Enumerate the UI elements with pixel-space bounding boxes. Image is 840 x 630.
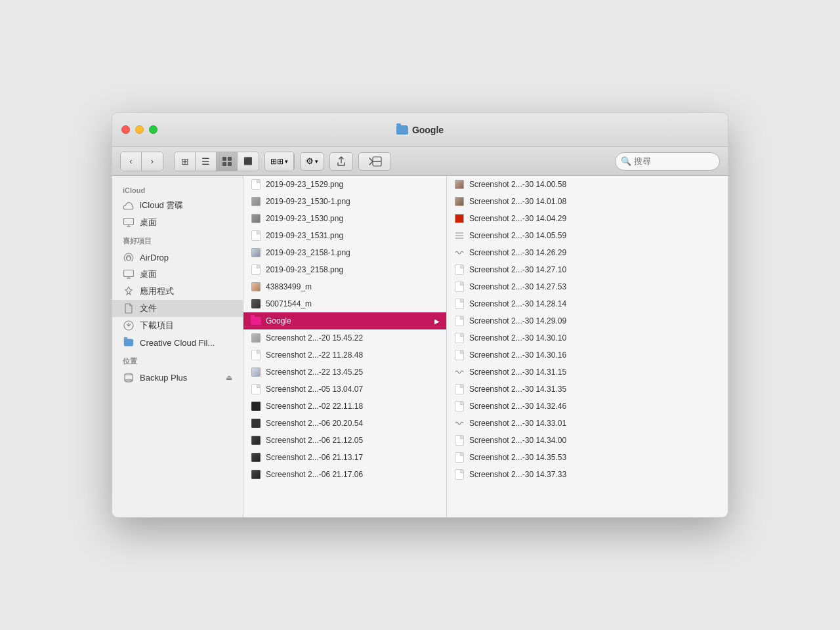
view-list-button[interactable]: ☰ [196, 152, 217, 171]
list-item[interactable]: Screenshot 2...-30 14.26.29 [447, 244, 650, 261]
list-item[interactable]: 2019-09-23_1529.png [243, 176, 446, 193]
list-item[interactable]: Screenshot 2...-30 14.34.00 [447, 432, 650, 449]
file-icon [453, 264, 465, 276]
window-title: Google [412, 125, 444, 135]
file-name: Screenshot 2...-30 14.33.01 [469, 419, 644, 428]
sidebar-item-backup-plus[interactable]: Backup Plus ⏏ [112, 369, 243, 386]
sidebar-item-airdrop[interactable]: AirDrop [112, 249, 243, 266]
search-input[interactable] [634, 156, 714, 166]
list-item[interactable]: 50071544_m [243, 295, 446, 312]
list-item[interactable]: Screenshot 2...-30 14.28.14 [447, 295, 650, 312]
file-name: Screenshot 2...-30 14.34.00 [469, 436, 644, 445]
share-button[interactable] [329, 152, 353, 171]
list-item[interactable]: Screenshot 2...-30 14.01.08 [447, 193, 650, 210]
view-icon-button[interactable]: ⊞ [175, 152, 196, 171]
file-icon [250, 178, 262, 190]
list-item[interactable]: 2019-09-23_2158.png [243, 261, 446, 278]
list-item[interactable]: Screenshot 2...-20 15.45.22 [243, 329, 446, 346]
list-item[interactable]: Screenshot 2...-30 14.31.35 [447, 381, 650, 398]
list-item[interactable]: Screenshot 2...-30 14.30.16 [447, 346, 650, 364]
list-item[interactable]: Screenshot 2...-30 14.31.15 [447, 364, 650, 381]
group-view-button: ⊞⊞ ▾ [264, 152, 295, 171]
delete-button[interactable] [358, 152, 391, 171]
file-name: Screenshot 2...-30 14.01.08 [469, 197, 644, 206]
file-icon [453, 452, 465, 463]
list-item[interactable]: 2019-09-23_1530-1.png [243, 193, 446, 210]
toolbar: ‹ › ⊞ ☰ ⬛ ⊞⊞ ▾ [112, 147, 728, 176]
gear-icon: ⚙ [306, 156, 314, 166]
view-cover-button[interactable]: ⬛ [238, 152, 259, 171]
file-icon [453, 230, 465, 242]
list-item[interactable]: Screenshot 2...-30 14.32.46 [447, 398, 650, 415]
list-item[interactable]: Screenshot 2...-30 14.04.29 [447, 210, 650, 227]
maximize-button[interactable] [149, 125, 158, 134]
list-item[interactable]: Screenshot 2...-30 14.27.53 [447, 278, 650, 295]
file-icon [250, 417, 262, 429]
file-name: Screenshot 2...-22 11.28.48 [266, 350, 440, 360]
sidebar-item-downloads[interactable]: 下載項目 [112, 317, 243, 334]
downloads-label: 下載項目 [140, 320, 174, 331]
list-item[interactable]: Screenshot 2...-30 14.30.10 [447, 329, 650, 346]
list-item[interactable]: Screenshot 2...-06 20.20.54 [243, 415, 446, 432]
list-item[interactable]: 2019-09-23_1531.png [243, 227, 446, 244]
file-icon [250, 332, 262, 344]
list-item[interactable]: Screenshot 2...-22 13.45.25 [243, 364, 446, 381]
list-item[interactable]: Screenshot 2...-06 21.17.06 [243, 466, 446, 483]
file-icon [250, 452, 262, 463]
file-icon [250, 247, 262, 259]
back-button[interactable]: ‹ [121, 152, 142, 171]
icon-view-icon: ⊞ [181, 156, 189, 167]
file-name: Screenshot 2...-30 14.05.59 [469, 231, 644, 240]
sidebar-item-icloud-drive[interactable]: iCloud 雲碟 [112, 197, 243, 214]
sidebar-item-applications[interactable]: 應用程式 [112, 283, 243, 300]
list-item[interactable]: Screenshot 2...-30 14.37.33 [447, 466, 650, 483]
creative-cloud-label: Creative Cloud Fil... [140, 338, 215, 348]
list-item[interactable]: Screenshot 2...-30 14.29.09 [447, 312, 650, 329]
list-item[interactable]: 43883499_m [243, 278, 446, 295]
list-item[interactable]: 2019-09-23_1530.png [243, 210, 446, 227]
action-button[interactable]: ⚙ ▾ [300, 152, 324, 171]
close-button[interactable] [121, 125, 130, 134]
sidebar-item-desktop[interactable]: 桌面 [112, 266, 243, 283]
forward-button[interactable]: › [142, 152, 163, 171]
file-icon [453, 178, 465, 190]
sidebar-item-documents[interactable]: 文件 [112, 300, 243, 317]
list-item[interactable]: Screenshot 2...-30 14.35.53 [447, 449, 650, 466]
desktop2-icon [123, 268, 135, 280]
search-icon: 🔍 [621, 156, 631, 166]
file-icon [250, 469, 262, 480]
file-icon [453, 196, 465, 207]
list-item[interactable]: Screenshot 2...-30 14.05.59 [447, 227, 650, 244]
nav-group: ‹ › [120, 152, 163, 171]
list-item[interactable]: Google ▶ [243, 312, 446, 329]
list-item[interactable]: 2019-09-23_2158-1.png [243, 244, 446, 261]
file-name: Screenshot 2...-30 14.04.29 [469, 214, 644, 223]
search-box[interactable]: 🔍 [615, 152, 720, 171]
view-buttons: ⊞ ☰ ⬛ [174, 152, 259, 171]
list-item[interactable]: Screenshot 2...-05 13.04.07 [243, 381, 446, 398]
desktop-label: 桌面 [140, 268, 157, 280]
forward-icon: › [151, 156, 154, 166]
list-item[interactable]: Screenshot 2...-22 11.28.48 [243, 346, 446, 364]
list-item[interactable]: Screenshot 2...-06 21.13.17 [243, 449, 446, 466]
back-icon: ‹ [129, 156, 132, 166]
desktop-icloud-label: 桌面 [140, 217, 157, 228]
file-name: 50071544_m [266, 299, 440, 308]
view-column-button[interactable] [217, 152, 238, 171]
eject-icon[interactable]: ⏏ [226, 373, 232, 382]
file-icon [453, 281, 465, 293]
list-item[interactable]: Screenshot 2...-30 14.33.01 [447, 415, 650, 432]
list-item[interactable]: Screenshot 2...-30 14.00.58 [447, 176, 650, 193]
group-view-inner[interactable]: ⊞⊞ ▾ [265, 152, 294, 171]
file-name: Screenshot 2...-30 14.31.15 [469, 368, 644, 377]
sidebar-item-creative-cloud[interactable]: Creative Cloud Fil... [112, 334, 243, 351]
file-icon [453, 213, 465, 224]
sidebar-item-desktop-icloud[interactable]: 桌面 [112, 214, 243, 231]
list-item[interactable]: Screenshot 2...-06 21.12.05 [243, 432, 446, 449]
file-name: Screenshot 2...-30 14.28.14 [469, 299, 644, 308]
file-name: Screenshot 2...-20 15.45.22 [266, 333, 440, 343]
list-item[interactable]: Screenshot 2...-02 22.11.18 [243, 398, 446, 415]
minimize-button[interactable] [135, 125, 144, 134]
list-item[interactable]: Screenshot 2...-30 14.27.10 [447, 261, 650, 278]
backup-plus-label: Backup Plus [140, 373, 187, 383]
